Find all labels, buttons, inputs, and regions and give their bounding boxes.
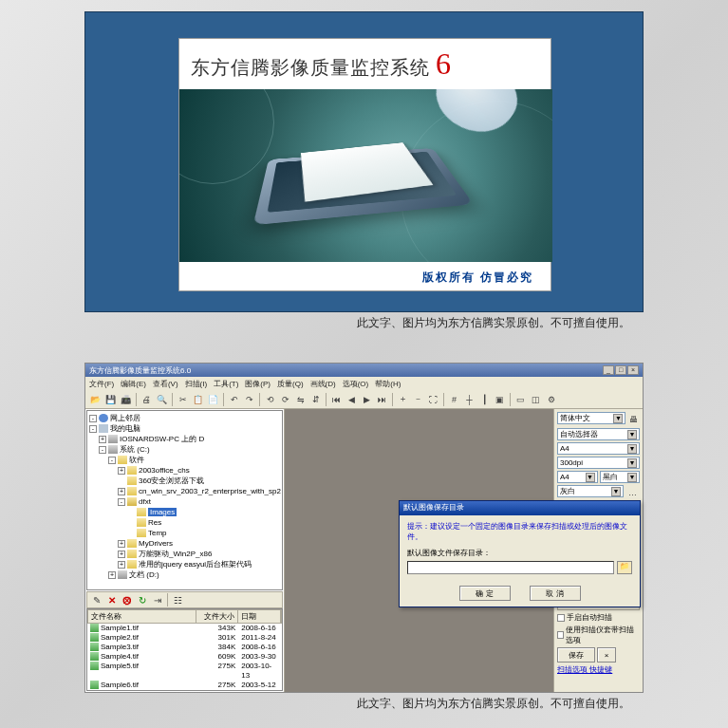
save-icon[interactable]: 💾 <box>103 392 118 406</box>
menu-scan[interactable]: 扫描(I) <box>185 379 208 389</box>
mask-icon[interactable]: ◫ <box>529 392 543 406</box>
tree-item[interactable]: +cn_win_srv_2003_r2_enterprise_with_sp2 <box>89 486 280 496</box>
menu-draw[interactable]: 画线(D) <box>310 379 336 389</box>
window-title: 东方信腾影像质量监控系统6.0 <box>89 365 602 376</box>
menu-image[interactable]: 图像(P) <box>245 379 271 389</box>
grid-icon[interactable]: # <box>447 392 461 406</box>
cut-icon[interactable]: ✂ <box>176 392 190 406</box>
ruler-h-icon[interactable]: ┼ <box>462 392 476 406</box>
menu-options[interactable]: 选项(O) <box>343 379 369 389</box>
menu-view[interactable]: 查看(V) <box>153 379 178 389</box>
next-icon[interactable]: ▶ <box>360 392 374 406</box>
file-row[interactable]: Sample4.tif609K2003-9-30 <box>87 652 282 662</box>
zoom-out-icon[interactable]: － <box>411 392 425 406</box>
splash-window: 东方信腾影像质量监控系统 6 版权所有 仿冒必究 <box>178 38 551 291</box>
tree-item[interactable]: +2003office_chs <box>89 465 280 476</box>
print-icon[interactable]: 🖨 <box>140 392 154 406</box>
prev-icon[interactable]: ◀ <box>345 392 359 406</box>
redo-icon[interactable]: ↷ <box>242 392 256 406</box>
menu-tools[interactable]: 工具(T) <box>214 379 238 389</box>
folder-tree[interactable]: -网上邻居-我的电脑+IOSNARDSW-PC 上的 D-系统 (C:)-软件+… <box>86 410 283 590</box>
zoom-in-icon[interactable]: ＋ <box>396 392 410 406</box>
crop-icon[interactable]: ▣ <box>493 392 507 406</box>
file-row[interactable]: Sample6.tif275K2003-5-12 <box>87 681 282 690</box>
flip-h-icon[interactable]: ⇋ <box>293 392 308 406</box>
splash-panel: 东方信腾影像质量监控系统 6 版权所有 仿冒必究 <box>84 11 644 312</box>
app-title: 东方信腾影像质量监控系统 <box>191 55 430 81</box>
menu-file[interactable]: 文件(F) <box>89 379 114 389</box>
close-button[interactable]: × <box>627 365 639 375</box>
fit-icon[interactable]: ⛶ <box>426 392 440 406</box>
mode-select[interactable]: 灰白▼ <box>557 485 624 497</box>
auto-scan-checkbox[interactable] <box>557 614 565 622</box>
rename-icon[interactable]: ✎ <box>89 593 103 607</box>
app-version: 6 <box>436 47 451 82</box>
undo-icon[interactable]: ↶ <box>227 392 241 406</box>
tree-item[interactable]: -我的电脑 <box>89 423 280 434</box>
flip-v-icon[interactable]: ⇵ <box>308 392 323 406</box>
tree-item[interactable]: +文档 (D:) <box>89 569 280 580</box>
paste-icon[interactable]: 📄 <box>206 392 220 406</box>
tree-item[interactable]: -系统 (C:) <box>89 444 280 455</box>
adjust-icon[interactable]: … <box>625 485 640 499</box>
cancel-button[interactable]: 取 消 <box>530 586 581 601</box>
browse-button[interactable]: 📁 <box>617 561 632 574</box>
open-icon[interactable]: 📂 <box>88 392 103 406</box>
refresh-icon[interactable]: ↻ <box>135 593 149 607</box>
save-dir-input[interactable] <box>407 561 614 574</box>
delete-all-icon[interactable]: ⮿ <box>120 593 134 607</box>
file-row[interactable]: Sample1.tif343K2008-6-16 <box>87 624 282 633</box>
menu-help[interactable]: 帮助(H) <box>375 379 401 389</box>
file-list[interactable]: 文件名称 文件大小 日期 Sample1.tif343K2008-6-16Sam… <box>86 608 283 691</box>
col-size[interactable]: 文件大小 <box>196 610 237 623</box>
tree-item[interactable]: +万能驱动_Win2P_x86 <box>89 549 280 559</box>
scan-icon[interactable]: 📠 <box>119 392 133 406</box>
export-icon[interactable]: ⇥ <box>150 593 164 607</box>
tree-item[interactable]: Images <box>89 507 280 517</box>
minimize-button[interactable]: _ <box>603 365 614 375</box>
file-toolbar: ✎ ✕ ⮿ ↻ ⇥ ☷ <box>86 591 283 608</box>
tree-item[interactable]: -网上邻居 <box>89 413 280 423</box>
col-name[interactable]: 文件名称 <box>88 610 196 623</box>
lang-help-icon[interactable]: 🖶 <box>627 412 640 426</box>
rotate-right-icon[interactable]: ⟳ <box>278 392 292 406</box>
scan-option-links[interactable]: 扫描选项 快捷键 <box>557 664 640 675</box>
settings-icon[interactable]: ⚙ <box>544 392 558 406</box>
file-row[interactable]: Sample3.tif384K2008-6-16 <box>87 643 282 652</box>
suite-checkbox[interactable] <box>557 631 564 639</box>
paper-select[interactable]: A4▼ <box>557 442 640 455</box>
save-settings-button[interactable]: 保存 <box>557 647 595 663</box>
paper-size-select[interactable]: A4▼ <box>557 471 598 483</box>
view-icon[interactable]: ☷ <box>171 593 185 607</box>
copyright-text: 版权所有 仿冒必究 <box>179 262 551 286</box>
tree-item[interactable]: 360安全浏览器下载 <box>89 476 280 486</box>
rotate-left-icon[interactable]: ⟲ <box>263 392 277 406</box>
menu-quality[interactable]: 质量(Q) <box>277 379 304 389</box>
tree-item[interactable]: +MyDrivers <box>89 538 280 549</box>
tree-item[interactable]: -dfxt <box>89 496 280 507</box>
menu-edit[interactable]: 编辑(E) <box>121 379 146 389</box>
tree-item[interactable]: +IOSNARDSW-PC 上的 D <box>89 434 280 444</box>
col-date[interactable]: 日期 <box>238 610 281 623</box>
preview-icon[interactable]: 🔍 <box>155 392 169 406</box>
clear-settings-button[interactable]: × <box>597 647 616 663</box>
select-icon[interactable]: ▭ <box>513 392 528 406</box>
file-row[interactable]: Sample5.tif275K2003-10-13 <box>87 662 282 681</box>
copy-icon[interactable]: 📋 <box>191 392 205 406</box>
tree-item[interactable]: +准用的jquery easyui后台框架代码 <box>89 559 280 569</box>
tree-item[interactable]: Temp <box>89 528 280 538</box>
delete-icon[interactable]: ✕ <box>104 593 119 607</box>
ok-button[interactable]: 确 定 <box>459 586 511 601</box>
orientation-select[interactable]: 黑白▼ <box>600 471 641 483</box>
save-dir-dialog: 默认图像保存目录 提示：建议设定一个固定的图像目录来保存扫描或处理后的图像文件。… <box>399 500 641 607</box>
last-icon[interactable]: ⏭ <box>375 392 389 406</box>
source-select[interactable]: 自动选择器▼ <box>557 428 640 440</box>
tree-item[interactable]: -软件 <box>89 455 280 465</box>
tree-item[interactable]: Res <box>89 517 280 528</box>
file-row[interactable]: Sample2.tif301K2011-8-24 <box>87 633 282 643</box>
language-select[interactable]: 简体中文▼ <box>557 412 625 424</box>
dpi-select[interactable]: 300dpi▼ <box>557 457 640 469</box>
maximize-button[interactable]: □ <box>615 365 626 375</box>
first-icon[interactable]: ⏮ <box>329 392 344 406</box>
ruler-v-icon[interactable]: ┃ <box>477 392 492 406</box>
